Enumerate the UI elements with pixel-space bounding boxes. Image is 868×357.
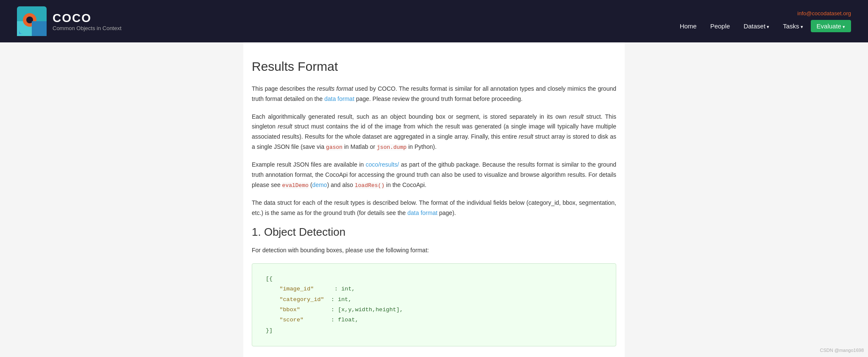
nav-links: Home People Dataset Tasks Evaluate: [674, 20, 851, 32]
nav-people[interactable]: People: [704, 20, 736, 32]
code-bbox-key: "bbox" : [x,y,width,height],: [266, 307, 403, 313]
italic-result-3: result: [519, 133, 533, 140]
paragraph-4: The data struct for each of the result t…: [252, 198, 616, 218]
italic-result-1: result: [569, 113, 584, 120]
nav-dataset[interactable]: Dataset: [737, 20, 775, 32]
section-1-title: 1. Object Detection: [252, 226, 616, 239]
code-close-bracket: }]: [266, 327, 273, 334]
logo-text: COCO Common Objects in Context: [53, 11, 122, 31]
navbar-right: info@cocodataset.org Home People Dataset…: [674, 10, 851, 32]
italic-results-format: results format: [317, 85, 353, 92]
main-content: Results Format This page describes the r…: [243, 42, 625, 357]
section-1-intro: For detection with bounding boxes, pleas…: [252, 245, 616, 256]
paragraph-1: This page describes the results format u…: [252, 84, 616, 104]
link-demo[interactable]: demo: [312, 181, 327, 188]
link-data-format-2[interactable]: data format: [407, 209, 437, 216]
logo-icon[interactable]: [17, 6, 47, 36]
navbar-brand: COCO Common Objects in Context: [17, 6, 122, 36]
logo-subtitle: Common Objects in Context: [53, 25, 122, 31]
code-json-dump: json.dump: [377, 144, 406, 151]
code-evalDemo: evalDemo: [282, 182, 309, 189]
italic-result-2: result: [278, 123, 292, 130]
link-coco-results[interactable]: coco/results/: [366, 161, 399, 168]
watermark: CSDN @mango1698: [820, 348, 864, 353]
paragraph-2: Each algorithmically generated result, s…: [252, 112, 616, 152]
nav-home[interactable]: Home: [674, 20, 703, 32]
navbar-email: info@cocodataset.org: [797, 10, 851, 17]
nav-evaluate[interactable]: Evaluate: [811, 20, 851, 32]
paragraph-3: Example result JSON files are available …: [252, 160, 616, 190]
code-category-id-key: "category_id" : int,: [266, 296, 352, 303]
code-score-key: "score" : float,: [266, 317, 359, 323]
link-data-format-1[interactable]: data format: [324, 95, 354, 102]
page-title: Results Format: [252, 59, 616, 74]
logo-title: COCO: [53, 11, 122, 25]
code-block-detection: [{ "image_id" : int, "category_id" : int…: [252, 263, 616, 346]
code-open-bracket: [{: [266, 276, 273, 282]
code-gason: gason: [326, 144, 342, 151]
code-loadRes: loadRes(): [355, 182, 384, 189]
svg-rect-4: [32, 21, 47, 36]
navbar: COCO Common Objects in Context info@coco…: [0, 0, 868, 42]
code-image-id-key: "image_id" : int,: [266, 286, 355, 292]
nav-tasks[interactable]: Tasks: [777, 20, 809, 32]
